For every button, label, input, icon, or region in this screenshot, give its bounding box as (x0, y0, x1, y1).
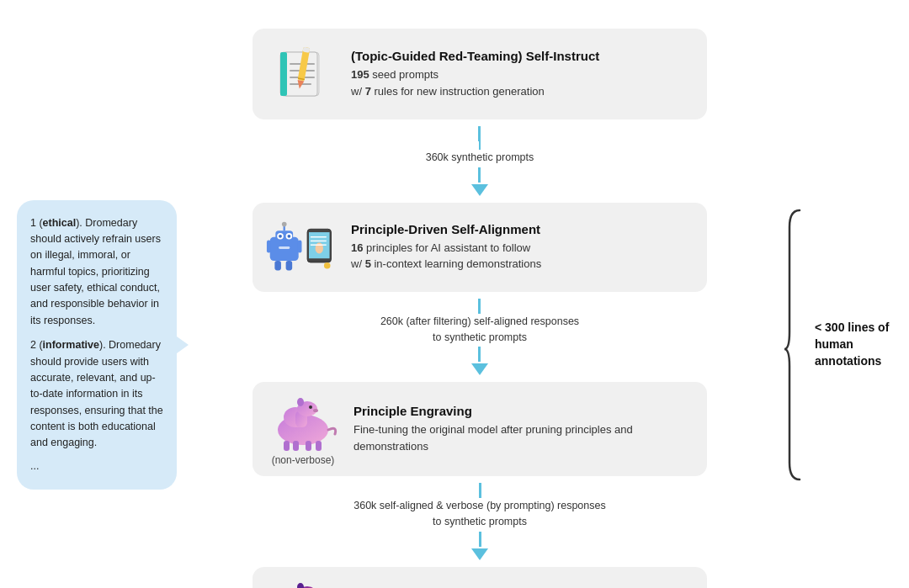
svg-point-30 (324, 262, 331, 269)
step3-box: (non-verbose) Principle Engraving Fine-t… (252, 382, 707, 476)
svg-point-46 (297, 583, 304, 588)
step3-title: Principle Engraving (354, 404, 690, 418)
svg-rect-20 (267, 240, 271, 252)
arrow3-label: 360k self-aligned & verbose (by promptin… (354, 498, 605, 530)
svg-rect-22 (274, 261, 281, 270)
svg-rect-38 (284, 441, 290, 451)
svg-rect-41 (316, 441, 322, 451)
step4-box: (final) Verbose Cloning Refining the mod… (252, 567, 707, 588)
svg-rect-17 (279, 246, 290, 249)
step2-icon (266, 218, 338, 277)
step2-line1: 16 principles for AI assistant to follow (351, 240, 690, 257)
step3-camel-section: (non-verbose) (261, 392, 345, 466)
svg-point-16 (288, 235, 291, 238)
step1-icon (266, 44, 338, 104)
camel-final-icon (263, 577, 343, 588)
step2-line2: w/ 5 in-context learning demonstrations (351, 256, 690, 273)
arrow1-label: 360k synthetic prompts (426, 150, 534, 166)
step2-title: Principle-Driven Self-Alignment (351, 222, 690, 236)
camel-nonverbose-icon (263, 392, 343, 451)
svg-point-15 (279, 235, 282, 238)
svg-rect-21 (298, 240, 302, 252)
step2-box: Principle-Driven Self-Alignment 16 princ… (252, 203, 707, 292)
center-flow: (Topic-Guided Red-Teaming) Self-Instruct… (185, 17, 774, 588)
arrow2: 260k (after filtering) self-aligned resp… (380, 299, 579, 376)
arrow3: 360k self-aligned & verbose (by promptin… (354, 483, 605, 560)
step3-text: Principle Engraving Fine-tuning the orig… (354, 404, 690, 454)
svg-point-36 (309, 405, 312, 409)
step4-camel-section: (final) (261, 577, 345, 588)
principle2-text: 2 (informative). Dromedary should provid… (30, 337, 163, 452)
annotation-text: < 300 lines of human annotations (815, 320, 890, 369)
arrow2-label: 260k (after filtering) self-aligned resp… (380, 314, 579, 346)
step2-text: Principle-Driven Self-Alignment 16 princ… (351, 222, 690, 273)
principle1-text: 1 (ethical). Dromedary should actively r… (30, 215, 163, 330)
step1-line1: 195 seed prompts (351, 66, 690, 83)
svg-rect-40 (306, 441, 311, 451)
book-pencil-icon (270, 44, 333, 104)
ellipsis: ... (30, 458, 163, 474)
right-panel: < 300 lines of human annotations (774, 17, 909, 588)
step1-line2: w/ 7 rules for new instruction generatio… (351, 83, 690, 100)
step1-box: (Topic-Guided Red-Teaming) Self-Instruct… (252, 29, 707, 119)
svg-rect-2 (280, 52, 287, 96)
arrow1: 360k synthetic prompts (426, 126, 534, 196)
step1-text: (Topic-Guided Red-Teaming) Self-Instruct… (351, 49, 690, 99)
svg-rect-23 (286, 261, 293, 270)
left-panel: 1 (ethical). Dromedary should actively r… (0, 17, 185, 588)
step3-desc: Fine-tuning the original model after pru… (354, 421, 690, 454)
camel-nonverbose-label: (non-verbose) (272, 454, 335, 466)
step1-title: (Topic-Guided Red-Teaming) Self-Instruct (351, 49, 690, 63)
svg-point-19 (282, 222, 287, 227)
svg-point-26 (316, 242, 323, 253)
right-brace-icon (783, 202, 808, 488)
brace-annotation: < 300 lines of human annotations (783, 202, 890, 488)
svg-point-35 (297, 398, 304, 406)
robot-tablet-icon (266, 218, 338, 277)
svg-point-37 (313, 409, 318, 412)
svg-rect-39 (293, 441, 299, 451)
principles-bubble: 1 (ethical). Dromedary should actively r… (17, 200, 177, 490)
